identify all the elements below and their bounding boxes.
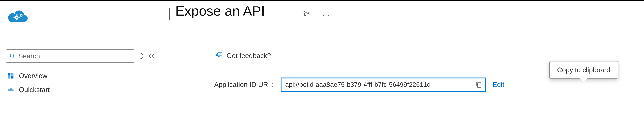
sidebar-item-overview[interactable]: Overview: [6, 69, 155, 83]
sidebar: Overview Quickstart: [6, 49, 155, 97]
svg-line-9: [13, 57, 14, 58]
app-id-uri-field[interactable]: api://botid-aaa8ae75-b379-4fff-b7fc-5649…: [280, 77, 486, 92]
title-separator: |: [168, 6, 171, 20]
svg-point-8: [10, 54, 14, 57]
svg-rect-12: [8, 76, 10, 79]
nav-label: Quickstart: [19, 86, 50, 94]
search-input[interactable]: [18, 52, 131, 60]
feedback-icon: [214, 52, 222, 60]
svg-rect-11: [11, 73, 14, 76]
svg-rect-4: [14, 17, 14, 18]
copy-icon[interactable]: [476, 81, 482, 88]
app-id-uri-value: api://botid-aaa8ae75-b379-4fff-b7fc-5649…: [285, 81, 431, 88]
svg-rect-17: [478, 83, 481, 87]
svg-point-1: [16, 17, 18, 18]
svg-rect-2: [16, 14, 18, 16]
app-cloud-icon: [6, 8, 30, 23]
nav-label: Overview: [19, 72, 47, 80]
overview-icon: [7, 72, 14, 79]
svg-rect-13: [11, 76, 14, 79]
copy-tooltip: Copy to clipboard: [549, 61, 618, 79]
search-row: [6, 49, 155, 63]
svg-point-7: [20, 15, 22, 16]
tooltip-text: Copy to clipboard: [557, 66, 610, 74]
svg-rect-5: [19, 17, 20, 18]
expand-collapse-icon[interactable]: [138, 52, 144, 60]
app-id-uri-row: Application ID URI : api://botid-aaa8ae7…: [214, 77, 638, 92]
app-id-uri-label: Application ID URI :: [214, 81, 274, 88]
svg-point-15: [216, 53, 218, 55]
header: | Expose an API ···: [0, 1, 644, 22]
quickstart-icon: [7, 87, 14, 93]
search-icon: [10, 53, 15, 59]
sidebar-item-quickstart[interactable]: Quickstart: [6, 83, 155, 97]
svg-rect-3: [16, 19, 18, 20]
feedback-label: Got feedback?: [226, 52, 271, 60]
search-input-wrapper[interactable]: [6, 49, 134, 63]
page-title: Expose an API: [175, 3, 265, 19]
collapse-sidebar-icon[interactable]: [148, 53, 155, 59]
edit-link[interactable]: Edit: [492, 81, 504, 88]
window-top-border: [0, 0, 644, 1]
svg-rect-10: [8, 73, 10, 76]
pin-icon[interactable]: [302, 10, 310, 17]
svg-rect-16: [218, 53, 222, 56]
more-icon[interactable]: ···: [323, 12, 330, 19]
